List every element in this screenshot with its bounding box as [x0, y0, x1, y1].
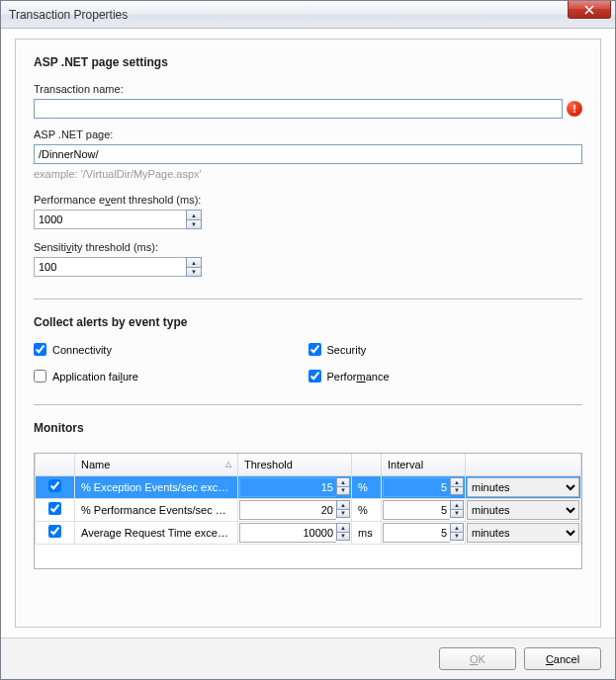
security-label: Security	[327, 344, 367, 356]
perf-threshold-label: Performance event threshold (ms):	[34, 194, 582, 206]
table-row[interactable]: Average Request Time exceed...▲▼ms▲▼minu…	[36, 521, 581, 544]
window-title: Transaction Properties	[9, 8, 128, 22]
divider	[34, 298, 582, 299]
monitors-area: Monitors Name △ Threshold	[34, 421, 582, 615]
monitor-threshold-input[interactable]	[239, 523, 336, 543]
table-row[interactable]: % Performance Events/sec exc...▲▼%▲▼minu…	[36, 498, 581, 521]
threshold-down-button[interactable]: ▼	[336, 486, 350, 495]
performance-checkbox-row[interactable]: Performance	[308, 370, 583, 382]
threshold-up-button[interactable]: ▲	[336, 500, 350, 509]
transaction-name-input[interactable]	[34, 99, 563, 119]
performance-checkbox[interactable]	[308, 370, 321, 382]
monitor-interval-spinner: ▲▼	[383, 500, 464, 520]
sensitivity-input[interactable]	[34, 257, 186, 277]
monitor-unit-cell: %	[352, 504, 381, 516]
interval-up-button[interactable]: ▲	[450, 477, 464, 486]
monitor-row-checkbox[interactable]	[48, 525, 61, 538]
monitor-row-checkbox[interactable]	[48, 502, 61, 515]
col-checkbox-header[interactable]	[36, 454, 75, 475]
perf-threshold-spinner: ▲ ▼	[34, 210, 202, 229]
monitor-threshold-input[interactable]	[239, 477, 336, 497]
connectivity-label: Connectivity	[52, 344, 112, 356]
panel: ASP .NET page settings Transaction name:…	[15, 39, 601, 628]
monitor-interval-input[interactable]	[383, 523, 450, 543]
sensitivity-down-button[interactable]: ▼	[186, 267, 202, 277]
section-asp-settings-title: ASP .NET page settings	[34, 55, 582, 69]
ok-button[interactable]: OK	[439, 647, 516, 670]
monitor-name-cell: % Exception Events/sec excee...	[75, 481, 237, 493]
perf-threshold-input[interactable]	[34, 210, 186, 229]
sensitivity-spinner: ▲ ▼	[34, 257, 202, 277]
asp-page-hint: example: '/VirtualDir/MyPage.aspx'	[34, 168, 582, 180]
threshold-down-button[interactable]: ▼	[336, 532, 350, 541]
col-name-header[interactable]: Name △	[75, 454, 238, 475]
error-icon: !	[567, 101, 582, 117]
col-threshold-header[interactable]: Threshold	[238, 454, 352, 475]
monitor-threshold-spinner: ▲▼	[239, 500, 350, 520]
transaction-name-label: Transaction name:	[34, 83, 582, 95]
monitor-unit-cell: ms	[352, 527, 381, 539]
perf-threshold-down-button[interactable]: ▼	[186, 219, 202, 229]
monitor-interval-unit-select[interactable]: minutes	[467, 523, 579, 543]
threshold-up-button[interactable]: ▲	[336, 523, 350, 532]
monitor-interval-input[interactable]	[383, 500, 450, 520]
col-interval-unit-header[interactable]	[466, 454, 581, 475]
app-failure-checkbox[interactable]	[34, 370, 46, 382]
sort-asc-icon: △	[225, 460, 231, 468]
threshold-down-button[interactable]: ▼	[336, 509, 350, 518]
close-button[interactable]	[568, 1, 611, 19]
connectivity-checkbox[interactable]	[34, 343, 46, 356]
perf-threshold-up-button[interactable]: ▲	[186, 210, 202, 219]
asp-page-row	[34, 144, 582, 164]
interval-down-button[interactable]: ▼	[450, 509, 464, 518]
monitor-threshold-input[interactable]	[239, 500, 336, 520]
monitor-row-checkbox[interactable]	[48, 479, 61, 492]
col-interval-header[interactable]: Interval	[382, 454, 466, 475]
connectivity-checkbox-row[interactable]: Connectivity	[34, 343, 308, 356]
app-failure-checkbox-row[interactable]: Application failure	[34, 370, 308, 382]
transaction-properties-window: Transaction Properties ASP .NET page set…	[0, 0, 616, 680]
monitor-interval-input[interactable]	[383, 477, 450, 497]
asp-page-input[interactable]	[34, 144, 582, 164]
titlebar: Transaction Properties	[1, 1, 615, 29]
monitor-interval-spinner: ▲▼	[383, 523, 464, 543]
monitor-unit-cell: %	[352, 481, 381, 493]
interval-down-button[interactable]: ▼	[450, 532, 464, 541]
dialog-body: ASP .NET page settings Transaction name:…	[1, 29, 615, 638]
threshold-up-button[interactable]: ▲	[336, 477, 350, 486]
security-checkbox[interactable]	[308, 343, 321, 356]
button-bar: OK Cancel	[1, 638, 615, 679]
monitor-threshold-spinner: ▲▼	[239, 523, 350, 543]
monitor-interval-spinner: ▲▼	[383, 477, 464, 497]
interval-down-button[interactable]: ▼	[450, 486, 464, 495]
interval-up-button[interactable]: ▲	[450, 523, 464, 532]
monitor-interval-unit-select[interactable]: minutes	[467, 500, 579, 520]
interval-up-button[interactable]: ▲	[450, 500, 464, 509]
section-monitors-title: Monitors	[34, 421, 582, 435]
monitor-interval-unit-select[interactable]: minutes	[467, 477, 579, 497]
transaction-name-row: !	[34, 99, 582, 119]
alerts-grid: Connectivity Security Application failur…	[34, 343, 582, 382]
performance-label: Performance	[327, 371, 390, 382]
divider	[34, 404, 582, 405]
app-failure-label: Application failure	[52, 371, 138, 382]
monitor-name-cell: Average Request Time exceed...	[75, 527, 237, 539]
col-unit-header[interactable]	[352, 454, 382, 475]
monitors-table: Name △ Threshold Interval % Exception Ev…	[34, 453, 582, 569]
sensitivity-up-button[interactable]: ▲	[186, 257, 202, 267]
security-checkbox-row[interactable]: Security	[308, 343, 583, 356]
cancel-button[interactable]: Cancel	[524, 647, 601, 670]
close-icon	[584, 5, 594, 15]
monitor-name-cell: % Performance Events/sec exc...	[75, 504, 237, 516]
table-row[interactable]: % Exception Events/sec excee...▲▼%▲▼minu…	[36, 475, 581, 498]
monitor-threshold-spinner: ▲▼	[239, 477, 350, 497]
section-alerts-title: Collect alerts by event type	[34, 315, 582, 329]
sensitivity-label: Sensitivity threshold (ms):	[34, 241, 582, 253]
asp-page-label: ASP .NET page:	[34, 128, 582, 140]
